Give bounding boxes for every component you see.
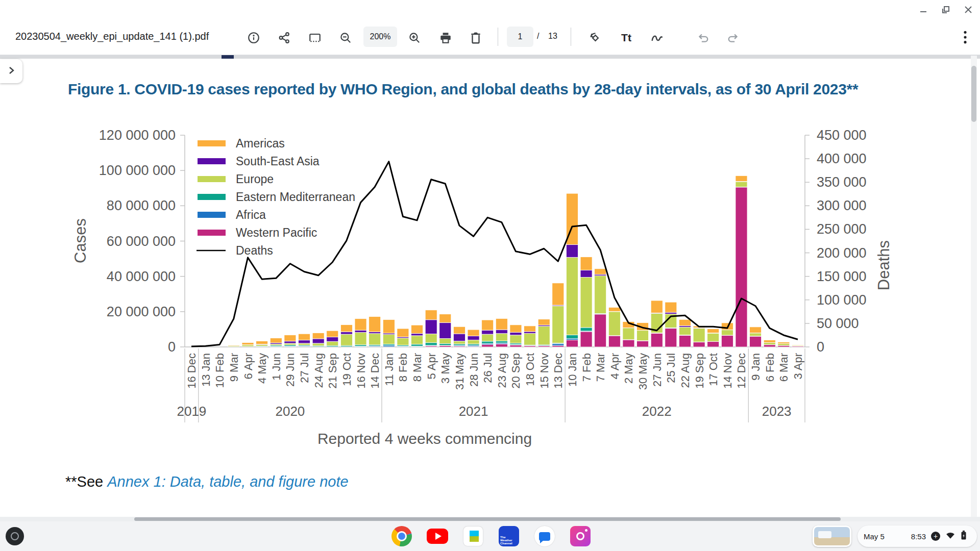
bar-segment-western_pacific [637, 341, 649, 347]
bar-segment-americas [482, 320, 494, 330]
bar-segment-americas [411, 325, 423, 334]
svg-text:10 Jan: 10 Jan [566, 353, 579, 387]
zoom-out-button[interactable] [334, 27, 357, 49]
bar-segment-europe [468, 340, 479, 344]
legend-swatch-europe [198, 176, 226, 182]
zoom-in-button[interactable] [403, 27, 426, 49]
info-button[interactable] [242, 27, 265, 49]
bar-segment-western_pacific [482, 344, 494, 347]
legend-swatch-south_east_asia [198, 158, 226, 164]
redo-button[interactable] [722, 27, 745, 49]
chrome-icon [391, 526, 412, 546]
text-annotation-button[interactable]: Tt [615, 27, 638, 49]
bar-segment-south_east_asia [482, 330, 494, 334]
launcher-button[interactable] [6, 527, 24, 545]
media-app-button[interactable] [569, 525, 592, 547]
delete-button[interactable] [464, 27, 487, 49]
bar-segment-americas [750, 327, 762, 333]
bar-segment-americas [792, 345, 804, 345]
bar-segment-americas [665, 302, 677, 312]
bar-segment-eastern_mediterranean [482, 341, 494, 343]
bar-segment-south_east_asia [496, 330, 507, 334]
svg-text:29 Jun: 29 Jun [284, 353, 297, 387]
close-button[interactable] [961, 3, 976, 18]
bar-segment-americas [425, 310, 437, 320]
sidebar-toggle-button[interactable] [0, 59, 22, 83]
bar-segment-south_east_asia [425, 320, 437, 334]
print-button[interactable] [434, 27, 457, 49]
bar-segment-eastern_mediterranean [496, 341, 507, 343]
vertical-scrollbar-thumb[interactable] [971, 66, 976, 122]
bar-segment-africa [566, 338, 578, 340]
svg-text:400 000: 400 000 [817, 151, 867, 166]
bar-segment-americas [707, 329, 719, 333]
annex-link[interactable]: Annex 1: Data, table, and figure note [107, 473, 348, 490]
restore-button[interactable] [938, 3, 953, 18]
bar-segment-eastern_mediterranean [580, 328, 592, 331]
bar-segment-western_pacific [510, 345, 522, 347]
weather-app-button[interactable]: TheWeatherChannel [498, 525, 520, 547]
svg-text:13 Dec: 13 Dec [552, 353, 565, 389]
minimize-button[interactable] [916, 3, 931, 18]
bar-segment-western_pacific [736, 187, 747, 347]
fit-page-button[interactable] [304, 27, 326, 49]
svg-text:11 Jan: 11 Jan [383, 353, 396, 386]
bar-segment-americas [552, 283, 564, 305]
bar-segment-western_pacific [552, 345, 564, 347]
svg-text:0: 0 [168, 339, 176, 355]
svg-text:80 000 000: 80 000 000 [107, 198, 176, 213]
svg-text:19 Sep: 19 Sep [693, 353, 706, 389]
svg-text:2019: 2019 [177, 404, 206, 419]
horizontal-scrollbar-track[interactable] [0, 517, 980, 521]
bar-segment-americas [299, 334, 310, 340]
svg-text:60 000 000: 60 000 000 [107, 234, 176, 249]
undo-button[interactable] [692, 27, 714, 49]
horizontal-scrollbar-thumb[interactable] [134, 517, 841, 521]
footnote-prefix: **See [65, 473, 107, 490]
bar-segment-europe [566, 257, 578, 335]
svg-text:9 Jan: 9 Jan [749, 353, 762, 381]
svg-text:8 Mar: 8 Mar [411, 353, 424, 382]
bar-segment-europe [693, 329, 705, 342]
chrome-app-button[interactable] [390, 525, 413, 547]
svg-text:450 000: 450 000 [817, 128, 867, 143]
holding-space-button[interactable] [813, 525, 851, 547]
zoom-level[interactable]: 200% [363, 27, 397, 47]
more-options-button[interactable] [959, 30, 972, 47]
bar-segment-western_pacific [693, 342, 705, 347]
page-number-input[interactable]: 1 [507, 27, 533, 47]
draw-annotation-button[interactable] [646, 27, 668, 49]
svg-text:150 000: 150 000 [817, 269, 867, 284]
launcher-icon [11, 532, 19, 540]
vertical-scrollbar-track[interactable] [971, 56, 977, 517]
svg-text:2 May: 2 May [622, 353, 635, 384]
bar-segment-south_east_asia [665, 312, 677, 314]
bar-segment-africa [552, 344, 564, 345]
status-tray[interactable]: May 5 8:53 + [857, 525, 977, 547]
share-button[interactable] [273, 27, 296, 49]
svg-text:Africa: Africa [236, 208, 266, 221]
restore-icon [941, 5, 950, 16]
youtube-app-button[interactable] [426, 525, 449, 547]
svg-text:120 000 000: 120 000 000 [99, 128, 176, 143]
bar-segment-europe [736, 182, 747, 187]
svg-text:50 000: 50 000 [817, 316, 859, 331]
document-title: 20230504_weekly_epi_update_141 (1).pdf [15, 31, 209, 42]
zoom-out-icon [339, 31, 352, 44]
chat-app-button[interactable] [533, 525, 556, 547]
rotate-button[interactable] [584, 27, 606, 49]
svg-text:28 Jun: 28 Jun [468, 353, 480, 387]
play-store-app-button[interactable] [462, 525, 484, 547]
bar-segment-europe [242, 345, 254, 346]
bar-segment-americas [524, 326, 536, 332]
svg-text:27 Jul: 27 Jul [298, 353, 311, 383]
deaths-line [191, 162, 798, 346]
page-separator: / [537, 32, 539, 41]
bar-segment-americas [595, 269, 606, 274]
bar-segment-europe [637, 331, 649, 341]
svg-text:7 Mar: 7 Mar [594, 353, 607, 382]
bar-segment-americas [736, 176, 747, 181]
bar-segment-western_pacific [764, 345, 775, 347]
svg-text:2023: 2023 [762, 404, 792, 419]
svg-text:26 Jul: 26 Jul [481, 353, 494, 383]
